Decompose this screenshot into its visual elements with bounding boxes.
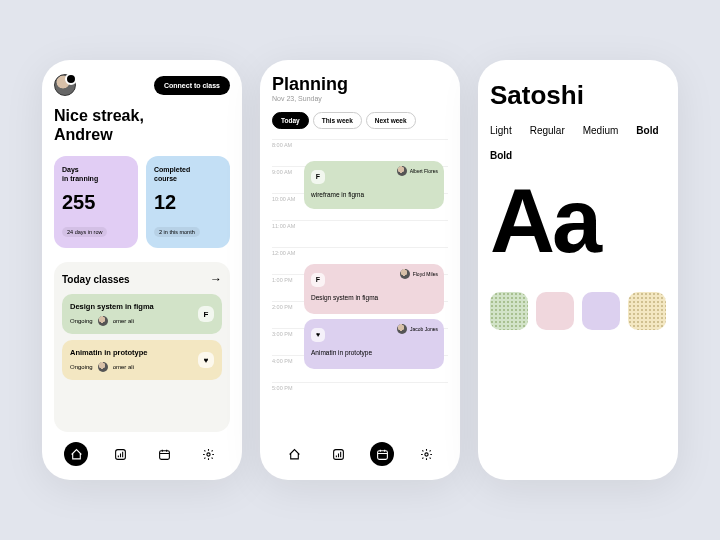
stat-label: Days in tranning [62,166,130,183]
user-avatar [400,269,410,279]
nav-home[interactable] [282,442,306,466]
class-title: Animatin in prototype [70,348,214,357]
class-card[interactable]: Design system in figma Ongoing omer ali … [62,294,222,334]
heart-icon: ♥ [198,352,214,368]
page-title: Planning [272,74,448,95]
event-title: Design system in figma [311,294,437,301]
home-screen: Connect to class Nice streak, Andrew Day… [42,60,242,480]
swatch-yellow[interactable] [628,292,666,330]
instructor-avatar [98,362,108,372]
stat-value: 12 [154,191,222,214]
instructor-name: omer ali [113,364,134,370]
figma-icon: F [198,306,214,322]
header: Connect to class [54,74,230,96]
instructor-name: omer ali [113,318,134,324]
font-sample: Aa [490,181,666,262]
nav-home[interactable] [64,442,88,466]
nav-calendar[interactable] [152,442,176,466]
font-weights: Light Regular Medium Bold Bold [490,125,666,161]
stats-row: Days in tranning 255 24 days in row Comp… [54,156,230,248]
swatch-pink[interactable] [536,292,574,330]
event-card[interactable]: F Albert Flores wireframe in figma [304,161,444,209]
time-label: 11:00 AM [272,220,448,247]
section-title: Today classes [62,274,130,285]
svg-rect-4 [377,450,387,459]
planning-screen: Planning Nov 23, Sunday Today This week … [260,60,460,480]
event-title: Animatin in prototype [311,349,437,356]
color-swatches [490,292,666,330]
nav-calendar[interactable] [370,442,394,466]
time-label: 5:00 PM [272,382,448,409]
user-avatar [397,166,407,176]
svg-point-2 [206,452,209,455]
weight-medium[interactable]: Medium [583,125,619,136]
svg-point-5 [424,452,427,455]
filter-chips: Today This week Next week [272,112,448,129]
weight-black[interactable]: Bold [490,150,512,161]
user-name: Albert Flores [410,168,438,174]
class-status: Ongoing [70,364,93,370]
weight-regular[interactable]: Regular [530,125,565,136]
figma-icon: F [311,273,325,287]
svg-rect-1 [159,450,169,459]
connect-button[interactable]: Connect to class [154,76,230,95]
weight-light[interactable]: Light [490,125,512,136]
stat-label: Completed course [154,166,222,183]
greeting: Nice streak, Andrew [54,106,230,144]
nav-stats[interactable] [108,442,132,466]
stat-value: 255 [62,191,130,214]
user-avatar [397,324,407,334]
stat-badge: 24 days in row [62,227,107,237]
today-classes: Today classes → Design system in figma O… [54,262,230,432]
chip-next-week[interactable]: Next week [366,112,416,129]
arrow-icon[interactable]: → [210,272,222,286]
timeline[interactable]: 8:00 AM 9:00 AM 10:00 AM 11:00 AM 12:00 … [272,139,448,432]
event-card[interactable]: ♥ Jacob Jones Animatin in prototype [304,319,444,369]
bottom-nav [54,442,230,466]
bottom-nav [272,442,448,466]
user-name: Floyd Miles [413,271,438,277]
nav-settings[interactable] [414,442,438,466]
swatch-green[interactable] [490,292,528,330]
stat-badge: 2 in this month [154,227,200,237]
class-title: Design system in figma [70,302,214,311]
class-card[interactable]: Animatin in prototype Ongoing omer ali ♥ [62,340,222,380]
nav-settings[interactable] [196,442,220,466]
swatch-purple[interactable] [582,292,620,330]
stat-days[interactable]: Days in tranning 255 24 days in row [54,156,138,248]
event-card[interactable]: F Floyd Miles Design system in figma [304,264,444,314]
user-name: Jacob Jones [410,326,438,332]
instructor-avatar [98,316,108,326]
figma-icon: F [311,170,325,184]
chip-today[interactable]: Today [272,112,309,129]
stat-courses[interactable]: Completed course 12 2 in this month [146,156,230,248]
class-status: Ongoing [70,318,93,324]
weight-bold[interactable]: Bold [636,125,658,136]
nav-stats[interactable] [326,442,350,466]
heart-icon: ♥ [311,328,325,342]
event-title: wireframe in figma [311,191,437,198]
avatar[interactable] [54,74,76,96]
font-name: Satoshi [490,80,666,111]
page-date: Nov 23, Sunday [272,95,448,102]
typography-screen: Satoshi Light Regular Medium Bold Bold A… [478,60,678,480]
chip-this-week[interactable]: This week [313,112,362,129]
